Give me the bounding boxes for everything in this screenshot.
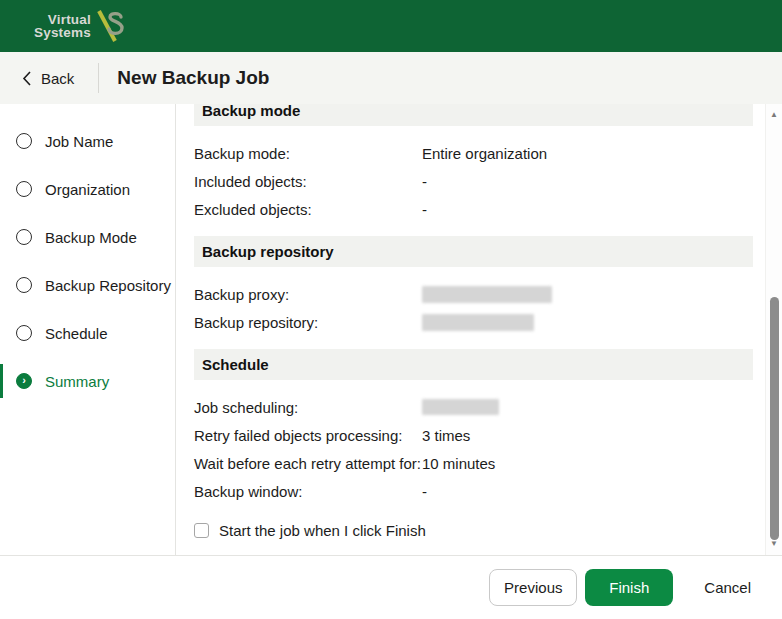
section-title: Backup repository	[202, 243, 334, 260]
logo-s-icon	[92, 8, 128, 44]
backup-repository-rows: Backup proxy: Backup repository:	[194, 280, 782, 336]
step-circle-icon: ›	[16, 133, 32, 149]
sidebar-item-label: Organization	[45, 181, 130, 198]
section-header-backup-repository: Backup repository	[194, 236, 753, 267]
scrollbar-down-arrow-icon[interactable]: ▼	[766, 540, 782, 548]
row-label: Backup repository:	[194, 314, 422, 331]
row-label: Wait before each retry attempt for:	[194, 455, 422, 472]
section-title: Schedule	[202, 356, 269, 373]
header-divider	[98, 63, 99, 93]
summary-row-backup-repository: Backup repository:	[194, 308, 753, 336]
row-label: Included objects:	[194, 173, 422, 190]
previous-button[interactable]: Previous	[489, 569, 577, 606]
schedule-rows: Job scheduling: Retry failed objects pro…	[194, 393, 782, 505]
step-circle-icon: ›	[16, 325, 32, 341]
start-job-checkbox-row[interactable]: Start the job when I click Finish	[194, 522, 782, 539]
top-bar: Virtual Systems	[0, 0, 782, 52]
wizard-footer: Previous Finish Cancel	[0, 556, 782, 619]
wizard-content: › Job Name › Organization › Backup Mode …	[0, 104, 782, 556]
logo-line2: Systems	[34, 26, 91, 39]
step-circle-icon: ›	[16, 181, 32, 197]
sidebar-item-label: Schedule	[45, 325, 108, 342]
row-value: Entire organization	[422, 145, 753, 162]
scrollbar-up-arrow-icon[interactable]: ▲	[766, 111, 782, 119]
redacted-value	[422, 314, 534, 331]
summary-row-job-scheduling: Job scheduling:	[194, 393, 753, 421]
row-value: -	[422, 173, 753, 190]
row-label: Job scheduling:	[194, 399, 422, 416]
step-circle-icon: ›	[16, 277, 32, 293]
sidebar-item-organization[interactable]: › Organization	[0, 165, 175, 213]
redacted-value	[422, 286, 552, 303]
summary-row-retry-wait: Wait before each retry attempt for: 10 m…	[194, 449, 753, 477]
sidebar-item-label: Backup Mode	[45, 229, 137, 246]
sidebar-item-label: Job Name	[45, 133, 113, 150]
row-value: -	[422, 483, 753, 500]
cancel-button[interactable]: Cancel	[681, 569, 774, 606]
row-value: 3 times	[422, 427, 753, 444]
step-circle-icon: ›	[16, 229, 32, 245]
summary-row-included-objects: Included objects: -	[194, 167, 753, 195]
app-window: Virtual Systems Back New Backup Job › Jo…	[0, 0, 782, 619]
summary-row-backup-window: Backup window: -	[194, 477, 753, 505]
sidebar-item-backup-mode[interactable]: › Backup Mode	[0, 213, 175, 261]
row-value: -	[422, 201, 753, 218]
chevron-left-icon	[22, 71, 31, 86]
sidebar-item-schedule[interactable]: › Schedule	[0, 309, 175, 357]
start-job-checkbox-label: Start the job when I click Finish	[219, 522, 426, 539]
row-label: Backup window:	[194, 483, 422, 500]
vertical-scrollbar[interactable]: ▲ ▼	[765, 104, 782, 555]
section-title: Backup mode	[202, 104, 300, 119]
summary-row-backup-mode: Backup mode: Entire organization	[194, 139, 753, 167]
start-job-checkbox[interactable]	[194, 523, 209, 538]
row-value: 10 minutes	[422, 455, 753, 472]
page-header: Back New Backup Job	[0, 52, 782, 104]
sidebar-item-label: Summary	[45, 373, 109, 390]
back-label: Back	[41, 70, 74, 87]
row-label: Backup proxy:	[194, 286, 422, 303]
logo-text: Virtual Systems	[34, 13, 91, 39]
section-header-clip: Backup mode	[194, 104, 753, 126]
sidebar-item-backup-repository[interactable]: › Backup Repository	[0, 261, 175, 309]
finish-button[interactable]: Finish	[585, 569, 673, 606]
page-title: New Backup Job	[117, 67, 269, 89]
row-label: Excluded objects:	[194, 201, 422, 218]
row-label: Retry failed objects processing:	[194, 427, 422, 444]
redacted-value	[422, 399, 499, 415]
back-button[interactable]: Back	[22, 70, 74, 87]
sidebar-item-label: Backup Repository	[45, 277, 171, 294]
summary-row-backup-proxy: Backup proxy:	[194, 280, 753, 308]
section-header-backup-mode: Backup mode	[194, 104, 753, 126]
scrollbar-thumb[interactable]	[770, 297, 779, 540]
wizard-steps-sidebar: › Job Name › Organization › Backup Mode …	[0, 104, 176, 555]
summary-row-excluded-objects: Excluded objects: -	[194, 195, 753, 223]
sidebar-item-summary[interactable]: › Summary	[0, 357, 175, 405]
backup-mode-rows: Backup mode: Entire organization Include…	[194, 139, 782, 223]
virtual-systems-logo[interactable]: Virtual Systems	[34, 8, 128, 44]
sidebar-item-job-name[interactable]: › Job Name	[0, 117, 175, 165]
summary-pane: Backup mode Backup mode: Entire organiza…	[176, 104, 782, 555]
row-label: Backup mode:	[194, 145, 422, 162]
step-active-chevron-icon: ›	[16, 373, 32, 389]
summary-row-retry-processing: Retry failed objects processing: 3 times	[194, 421, 753, 449]
section-header-schedule: Schedule	[194, 349, 753, 380]
